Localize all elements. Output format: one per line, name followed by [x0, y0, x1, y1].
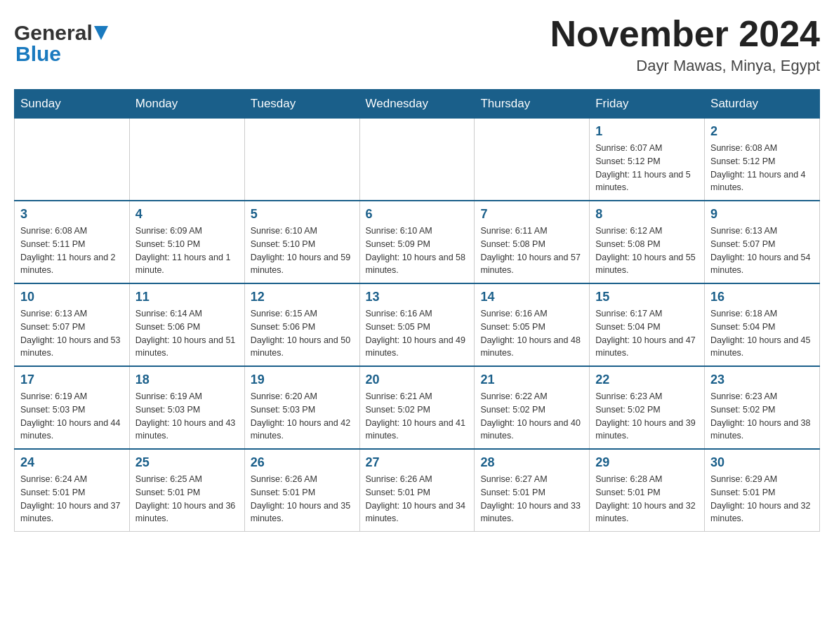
weekday-header-thursday: Thursday [475, 90, 590, 119]
calendar-week-row: 10Sunrise: 6:13 AM Sunset: 5:07 PM Dayli… [15, 283, 820, 366]
day-number: 29 [595, 455, 699, 470]
calendar-cell: 10Sunrise: 6:13 AM Sunset: 5:07 PM Dayli… [15, 283, 130, 366]
calendar-cell: 15Sunrise: 6:17 AM Sunset: 5:04 PM Dayli… [590, 283, 705, 366]
calendar-cell: 2Sunrise: 6:08 AM Sunset: 5:12 PM Daylig… [705, 119, 820, 201]
calendar-cell: 7Sunrise: 6:11 AM Sunset: 5:08 PM Daylig… [475, 201, 590, 283]
calendar-cell: 3Sunrise: 6:08 AM Sunset: 5:11 PM Daylig… [15, 201, 130, 283]
calendar-week-row: 3Sunrise: 6:08 AM Sunset: 5:11 PM Daylig… [15, 201, 820, 283]
calendar-cell: 17Sunrise: 6:19 AM Sunset: 5:03 PM Dayli… [15, 366, 130, 449]
day-info: Sunrise: 6:24 AM Sunset: 5:01 PM Dayligh… [20, 473, 124, 525]
calendar-cell: 8Sunrise: 6:12 AM Sunset: 5:08 PM Daylig… [590, 201, 705, 283]
day-info: Sunrise: 6:19 AM Sunset: 5:03 PM Dayligh… [135, 390, 239, 443]
calendar-cell: 1Sunrise: 6:07 AM Sunset: 5:12 PM Daylig… [590, 119, 705, 201]
day-info: Sunrise: 6:15 AM Sunset: 5:06 PM Dayligh… [251, 307, 354, 360]
day-number: 24 [20, 455, 124, 470]
logo: General Blue [14, 14, 108, 66]
calendar-week-row: 17Sunrise: 6:19 AM Sunset: 5:03 PM Dayli… [15, 366, 820, 449]
day-number: 23 [710, 373, 814, 387]
page-header: General Blue November 2024 Dayr Mawas, M… [14, 14, 820, 75]
calendar-cell [244, 119, 359, 201]
day-info: Sunrise: 6:25 AM Sunset: 5:01 PM Dayligh… [135, 473, 239, 525]
day-number: 13 [366, 290, 469, 304]
calendar-cell: 14Sunrise: 6:16 AM Sunset: 5:05 PM Dayli… [475, 283, 590, 366]
day-info: Sunrise: 6:22 AM Sunset: 5:02 PM Dayligh… [480, 390, 583, 443]
calendar-table: SundayMondayTuesdayWednesdayThursdayFrid… [14, 89, 820, 532]
calendar-cell: 29Sunrise: 6:28 AM Sunset: 5:01 PM Dayli… [590, 449, 705, 532]
day-number: 26 [251, 455, 354, 470]
day-number: 4 [135, 207, 239, 222]
day-number: 27 [366, 455, 469, 470]
calendar-cell: 21Sunrise: 6:22 AM Sunset: 5:02 PM Dayli… [475, 366, 590, 449]
calendar-cell: 25Sunrise: 6:25 AM Sunset: 5:01 PM Dayli… [129, 449, 244, 532]
day-number: 1 [595, 124, 699, 139]
logo-general: General [14, 21, 93, 45]
calendar-cell: 5Sunrise: 6:10 AM Sunset: 5:10 PM Daylig… [244, 201, 359, 283]
calendar-header-row: SundayMondayTuesdayWednesdayThursdayFrid… [15, 90, 820, 119]
logo-triangle-icon [94, 26, 108, 40]
day-number: 3 [20, 207, 124, 222]
logo-blue: Blue [15, 42, 61, 66]
calendar-cell: 6Sunrise: 6:10 AM Sunset: 5:09 PM Daylig… [359, 201, 475, 283]
day-number: 21 [480, 373, 583, 387]
calendar-cell: 18Sunrise: 6:19 AM Sunset: 5:03 PM Dayli… [129, 366, 244, 449]
day-info: Sunrise: 6:11 AM Sunset: 5:08 PM Dayligh… [480, 224, 583, 277]
calendar-cell: 26Sunrise: 6:26 AM Sunset: 5:01 PM Dayli… [244, 449, 359, 532]
day-number: 30 [710, 455, 814, 470]
day-info: Sunrise: 6:16 AM Sunset: 5:05 PM Dayligh… [366, 307, 469, 360]
calendar-week-row: 1Sunrise: 6:07 AM Sunset: 5:12 PM Daylig… [15, 119, 820, 201]
day-info: Sunrise: 6:26 AM Sunset: 5:01 PM Dayligh… [251, 473, 354, 525]
calendar-cell [15, 119, 130, 201]
calendar-cell: 9Sunrise: 6:13 AM Sunset: 5:07 PM Daylig… [705, 201, 820, 283]
calendar-cell: 13Sunrise: 6:16 AM Sunset: 5:05 PM Dayli… [359, 283, 475, 366]
day-info: Sunrise: 6:08 AM Sunset: 5:11 PM Dayligh… [20, 224, 124, 277]
day-info: Sunrise: 6:12 AM Sunset: 5:08 PM Dayligh… [595, 224, 699, 277]
day-number: 22 [595, 373, 699, 387]
svg-marker-0 [94, 26, 108, 40]
calendar-cell: 12Sunrise: 6:15 AM Sunset: 5:06 PM Dayli… [244, 283, 359, 366]
day-number: 9 [710, 207, 814, 222]
day-info: Sunrise: 6:07 AM Sunset: 5:12 PM Dayligh… [595, 142, 699, 194]
day-info: Sunrise: 6:29 AM Sunset: 5:01 PM Dayligh… [710, 473, 814, 525]
weekday-header-monday: Monday [129, 90, 244, 119]
day-number: 6 [366, 207, 469, 222]
calendar-cell: 4Sunrise: 6:09 AM Sunset: 5:10 PM Daylig… [129, 201, 244, 283]
day-info: Sunrise: 6:20 AM Sunset: 5:03 PM Dayligh… [251, 390, 354, 443]
day-number: 25 [135, 455, 239, 470]
title-section: November 2024 Dayr Mawas, Minya, Egypt [550, 14, 820, 75]
day-info: Sunrise: 6:14 AM Sunset: 5:06 PM Dayligh… [135, 307, 239, 360]
day-number: 8 [595, 207, 699, 222]
month-year-title: November 2024 [550, 14, 820, 54]
day-info: Sunrise: 6:23 AM Sunset: 5:02 PM Dayligh… [595, 390, 699, 443]
day-number: 7 [480, 207, 583, 222]
calendar-cell: 19Sunrise: 6:20 AM Sunset: 5:03 PM Dayli… [244, 366, 359, 449]
day-number: 20 [366, 373, 469, 387]
calendar-cell [475, 119, 590, 201]
day-number: 2 [710, 124, 814, 139]
day-info: Sunrise: 6:09 AM Sunset: 5:10 PM Dayligh… [135, 224, 239, 277]
weekday-header-tuesday: Tuesday [244, 90, 359, 119]
day-number: 15 [595, 290, 699, 304]
calendar-cell [359, 119, 475, 201]
day-info: Sunrise: 6:10 AM Sunset: 5:09 PM Dayligh… [366, 224, 469, 277]
day-info: Sunrise: 6:27 AM Sunset: 5:01 PM Dayligh… [480, 473, 583, 525]
calendar-cell: 23Sunrise: 6:23 AM Sunset: 5:02 PM Dayli… [705, 366, 820, 449]
day-info: Sunrise: 6:18 AM Sunset: 5:04 PM Dayligh… [710, 307, 814, 360]
calendar-cell [129, 119, 244, 201]
day-number: 19 [251, 373, 354, 387]
day-number: 18 [135, 373, 239, 387]
day-number: 12 [251, 290, 354, 304]
calendar-cell: 30Sunrise: 6:29 AM Sunset: 5:01 PM Dayli… [705, 449, 820, 532]
day-info: Sunrise: 6:26 AM Sunset: 5:01 PM Dayligh… [366, 473, 469, 525]
day-info: Sunrise: 6:08 AM Sunset: 5:12 PM Dayligh… [710, 142, 814, 194]
day-info: Sunrise: 6:23 AM Sunset: 5:02 PM Dayligh… [710, 390, 814, 443]
day-info: Sunrise: 6:13 AM Sunset: 5:07 PM Dayligh… [20, 307, 124, 360]
day-info: Sunrise: 6:21 AM Sunset: 5:02 PM Dayligh… [366, 390, 469, 443]
day-number: 5 [251, 207, 354, 222]
calendar-cell: 27Sunrise: 6:26 AM Sunset: 5:01 PM Dayli… [359, 449, 475, 532]
weekday-header-wednesday: Wednesday [359, 90, 475, 119]
day-info: Sunrise: 6:19 AM Sunset: 5:03 PM Dayligh… [20, 390, 124, 443]
day-info: Sunrise: 6:28 AM Sunset: 5:01 PM Dayligh… [595, 473, 699, 525]
calendar-cell: 28Sunrise: 6:27 AM Sunset: 5:01 PM Dayli… [475, 449, 590, 532]
calendar-cell: 11Sunrise: 6:14 AM Sunset: 5:06 PM Dayli… [129, 283, 244, 366]
weekday-header-saturday: Saturday [705, 90, 820, 119]
